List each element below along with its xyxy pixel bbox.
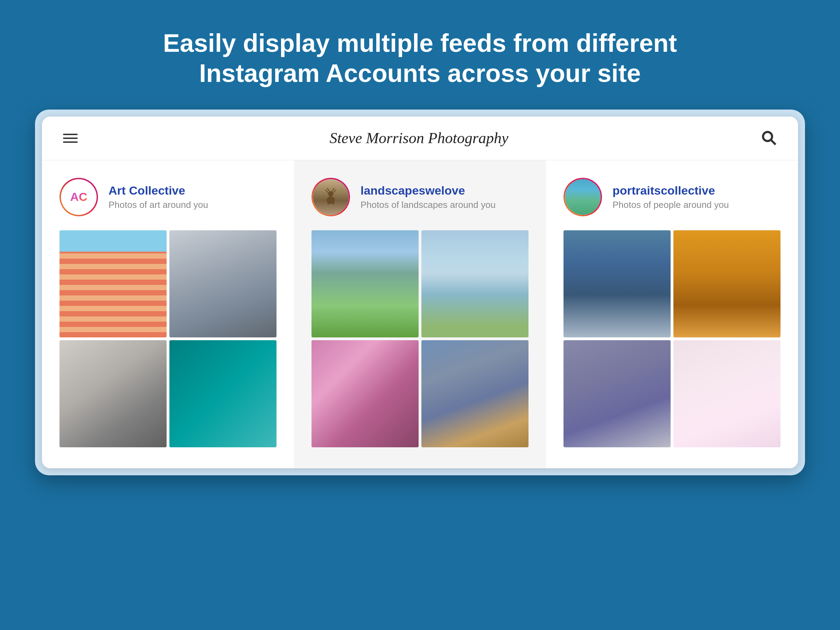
- feed-info-portraits: portraitscollective Photos of people aro…: [613, 184, 729, 210]
- feed-header-portraits: portraitscollective Photos of people aro…: [564, 178, 780, 216]
- svg-point-0: [763, 132, 772, 141]
- browser-mockup: Steve Morrison Photography AC: [35, 109, 805, 475]
- navbar: Steve Morrison Photography: [42, 117, 798, 160]
- svg-rect-4: [330, 196, 332, 199]
- avatar-landscapes: [311, 178, 350, 216]
- svg-line-1: [771, 140, 775, 145]
- feed-info-landscapes: landscapeswelove Photos of landscapes ar…: [360, 184, 496, 210]
- deer-silhouette: [320, 186, 341, 208]
- feed-name-art: Art Collective: [109, 184, 208, 197]
- photo-art-4: [169, 340, 276, 447]
- feed-name-portraits: portraitscollective: [613, 184, 729, 197]
- avatar-landscape-photo: [313, 179, 349, 215]
- photo-land-1: [311, 230, 418, 337]
- feeds-grid: AC Art Collective Photos of art around y…: [42, 160, 798, 468]
- site-title: Steve Morrison Photography: [330, 129, 508, 147]
- photo-grid-landscapes: [311, 230, 529, 447]
- feed-header-art: AC Art Collective Photos of art around y…: [60, 178, 276, 216]
- svg-point-3: [328, 191, 333, 196]
- photo-land-4: [422, 340, 529, 447]
- feed-desc-art: Photos of art around you: [109, 199, 208, 210]
- feed-name-landscapes: landscapeswelove: [360, 184, 496, 197]
- search-icon: [760, 129, 777, 146]
- avatar-art-collective: AC: [60, 178, 98, 216]
- photo-port-2: [673, 230, 780, 337]
- feed-portraits: portraitscollective Photos of people aro…: [546, 160, 798, 468]
- photo-land-2: [422, 230, 529, 337]
- hero-headline: Easily display multiple feeds from diffe…: [128, 0, 712, 109]
- avatar-inner-art: AC: [61, 179, 96, 215]
- search-button[interactable]: [760, 129, 777, 147]
- photo-port-1: [564, 230, 671, 337]
- feed-desc-portraits: Photos of people around you: [613, 199, 729, 210]
- svg-rect-5: [328, 201, 329, 204]
- avatar-portraits-photo: [565, 179, 601, 215]
- feed-art-collective: AC Art Collective Photos of art around y…: [42, 160, 294, 468]
- photo-grid-art: [60, 230, 276, 447]
- avatar-inner-portraits: [565, 179, 601, 215]
- photo-port-4: [673, 340, 780, 447]
- feed-info-art: Art Collective Photos of art around you: [109, 184, 208, 210]
- hamburger-menu[interactable]: [63, 134, 78, 143]
- svg-rect-6: [333, 201, 334, 204]
- avatar-letters-art: AC: [70, 190, 87, 204]
- feed-header-landscapes: landscapeswelove Photos of landscapes ar…: [311, 178, 529, 216]
- photo-art-3: [60, 340, 167, 447]
- hero-line2: Instagram Accounts across your site: [199, 59, 641, 87]
- browser-chrome: Steve Morrison Photography AC: [42, 117, 798, 468]
- photo-art-2: [169, 230, 276, 337]
- photo-port-3: [564, 340, 671, 447]
- avatar-portraits: [564, 178, 602, 216]
- photo-land-3: [311, 340, 418, 447]
- hero-section: Easily display multiple feeds from diffe…: [128, 0, 712, 109]
- feed-desc-landscapes: Photos of landscapes around you: [360, 199, 496, 210]
- hero-line1: Easily display multiple feeds from diffe…: [163, 29, 677, 57]
- photo-art-1: [60, 230, 167, 337]
- photo-grid-portraits: [564, 230, 780, 447]
- feed-landscapes: landscapeswelove Photos of landscapes ar…: [294, 160, 546, 468]
- avatar-inner-landscapes: [313, 179, 349, 215]
